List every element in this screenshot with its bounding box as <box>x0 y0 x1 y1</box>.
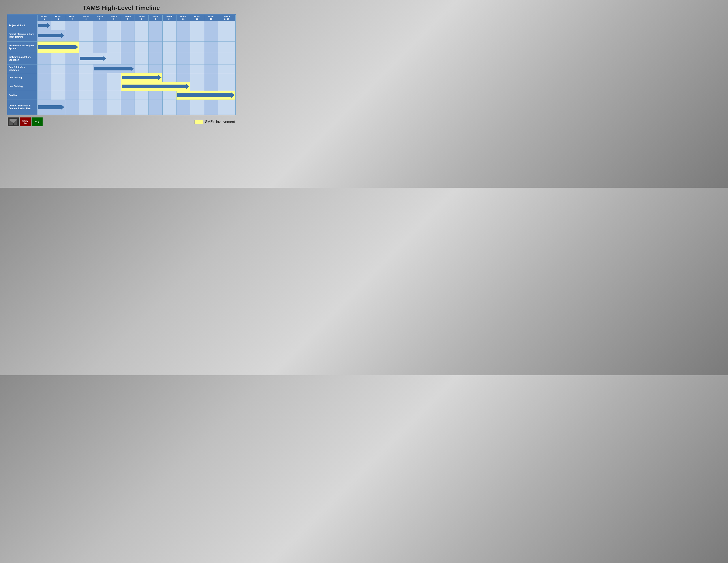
task-7-month-10 <box>176 91 235 100</box>
task-1-month-0 <box>37 30 65 41</box>
task-name-cell: Go -Live <box>7 91 38 100</box>
task-8-month-2 <box>65 100 79 115</box>
logo-deq: DEQ <box>32 117 43 126</box>
task-3-month-0 <box>37 53 51 64</box>
task-7-month-7 <box>135 91 148 100</box>
task-1-month-11 <box>190 30 204 41</box>
task-2-month-3 <box>79 41 93 53</box>
task-0-month-1 <box>51 21 65 30</box>
task-2-month-5 <box>107 41 121 53</box>
task-row: Software Installation, Validation <box>7 53 236 64</box>
task-7-month-9 <box>162 91 176 100</box>
month-header-7: Month7 <box>121 15 135 21</box>
task-3-month-10 <box>176 53 190 64</box>
task-7-month-2 <box>65 91 79 100</box>
task-name-cell: Software Installation, Validation <box>7 53 38 64</box>
task-name-cell: User Training <box>7 82 38 91</box>
task-row: Develop Transition & Communication Plan <box>7 100 236 115</box>
task-1-month-13 <box>218 30 236 41</box>
task-6-month-11 <box>190 82 204 91</box>
month-header-1: Month1 <box>37 15 51 21</box>
task-0-month-5 <box>107 21 121 30</box>
task-6-month-6 <box>121 82 190 91</box>
task-1-month-2 <box>65 30 79 41</box>
task-7-month-5 <box>107 91 121 100</box>
task-2-month-7 <box>135 41 148 53</box>
task-name-cell: Assessment & Design of System <box>7 41 38 53</box>
task-1-month-5 <box>107 30 121 41</box>
task-4-month-12 <box>204 64 218 73</box>
task-7-month-8 <box>148 91 162 100</box>
task-row: Project Kick-off <box>7 21 236 30</box>
legend: SME's involvement <box>194 120 235 124</box>
task-row: Data & Interface validation <box>7 64 236 73</box>
task-1-month-9 <box>162 30 176 41</box>
task-2-month-13 <box>218 41 236 53</box>
task-8-month-0 <box>37 100 65 115</box>
task-8-month-7 <box>135 100 148 115</box>
month-header-2: Month2 <box>51 15 65 21</box>
task-4-month-3 <box>79 64 93 73</box>
task-3-month-6 <box>121 53 135 64</box>
task-5-month-3 <box>79 73 93 82</box>
task-1-month-4 <box>93 30 107 41</box>
task-7-month-3 <box>79 91 93 100</box>
task-4-month-10 <box>176 64 190 73</box>
month-header-8: Month8 <box>135 15 148 21</box>
task-2-month-6 <box>121 41 135 53</box>
task-5-month-6 <box>121 73 162 82</box>
task-7-month-6 <box>121 91 135 100</box>
task-name-cell: Project Planning & Core Team Training <box>7 30 38 41</box>
task-row: User Testing <box>7 73 236 82</box>
task-6-month-0 <box>37 82 51 91</box>
task-6-month-13 <box>218 82 236 91</box>
task-6-month-12 <box>204 82 218 91</box>
task-name-cell: Develop Transition & Communication Plan <box>7 100 38 115</box>
task-8-month-3 <box>79 100 93 115</box>
task-5-month-2 <box>65 73 79 82</box>
task-2-month-0 <box>37 41 79 53</box>
task-3-month-2 <box>65 53 79 64</box>
task-1-month-8 <box>148 30 162 41</box>
task-8-month-5 <box>107 100 121 115</box>
task-8-month-12 <box>204 100 218 115</box>
task-2-month-4 <box>93 41 107 53</box>
task-2-month-8 <box>148 41 162 53</box>
footer: OregonDept ofAgri DEQ SME's involvement <box>7 117 236 126</box>
task-0-month-8 <box>148 21 162 30</box>
task-3-month-1 <box>51 53 65 64</box>
month-header-6: Month6 <box>107 15 121 21</box>
task-1-month-12 <box>204 30 218 41</box>
task-0-month-9 <box>162 21 176 30</box>
task-3-month-11 <box>190 53 204 64</box>
task-5-month-4 <box>93 73 107 82</box>
slide-title: TAMS High-Level Timeline <box>83 4 160 11</box>
task-6-month-3 <box>79 82 93 91</box>
task-3-month-9 <box>162 53 176 64</box>
task-8-month-11 <box>190 100 204 115</box>
month-header-12: Month12 <box>190 15 204 21</box>
task-0-month-6 <box>121 21 135 30</box>
task-4-month-0 <box>37 64 51 73</box>
month-header-5: Month5 <box>93 15 107 21</box>
logo-oregon: OregonDept ofAgri <box>20 117 31 126</box>
task-0-month-3 <box>79 21 93 30</box>
task-8-month-6 <box>121 100 135 115</box>
task-name-cell: Data & Interface validation <box>7 64 38 73</box>
task-8-month-4 <box>93 100 107 115</box>
task-5-month-9 <box>162 73 176 82</box>
task-6-month-1 <box>51 82 65 91</box>
legend-label: SME's involvement <box>205 120 235 124</box>
task-3-month-5 <box>107 53 121 64</box>
task-0-month-11 <box>190 21 204 30</box>
month-header-10: Month10 <box>162 15 176 21</box>
gantt-chart: Month1Month2Month3Month4Month5Month6Mont… <box>7 14 236 115</box>
task-0-month-10 <box>176 21 190 30</box>
task-5-month-12 <box>204 73 218 82</box>
month-header-13: Month13 <box>204 15 218 21</box>
task-8-month-13 <box>218 100 236 115</box>
task-4-month-11 <box>190 64 204 73</box>
task-0-month-7 <box>135 21 148 30</box>
task-row: Project Planning & Core Team Training <box>7 30 236 41</box>
task-2-month-10 <box>176 41 190 53</box>
